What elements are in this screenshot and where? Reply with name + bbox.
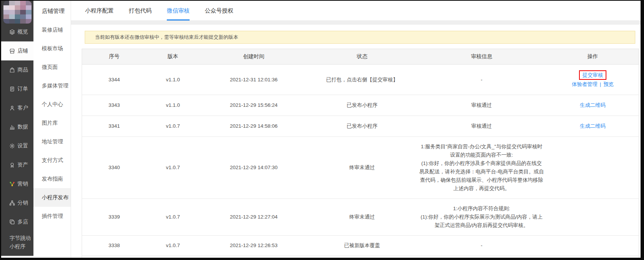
cell-ops: 提交审核体验者管理|预览 [547,65,639,95]
sidebar-item-customers[interactable]: 客户 [1,98,33,117]
version-table: 序号版本创建时间状态审核信息操作 3344v1.1.02021-12-31 12… [82,49,639,260]
cell-audit: 审核通过 [416,95,547,116]
sidebar-item-marketing[interactable]: 营销 [1,174,33,193]
cell-audit: 审核通过 [416,116,547,137]
cell-audit: - [416,65,547,95]
cell-status: 已被新版本覆盖 [308,256,416,260]
avatar-tile [9,5,15,10]
multi-shop-icon [9,219,15,225]
table-row: 3341v1.0.72021-12-29 14:58:06已发布小程序审核通过生… [82,116,639,137]
cell-audit: - [416,256,547,260]
avatar-tile [3,10,9,14]
avatar-tile [3,5,9,10]
layers-icon [9,29,15,35]
submenu-item-template-market[interactable]: 模板市场 [33,39,71,58]
tab-wechat-review[interactable]: 微信审核 [167,1,190,21]
avatar-tile [3,14,9,19]
avatar-tile [20,14,26,19]
sidebar-item-label: 分销 [17,200,28,206]
tab-miniprogram-config[interactable]: 小程序配置 [85,1,114,21]
avatar-tile [9,10,15,14]
sidebar-item-distribution[interactable]: 分销 [1,193,33,212]
generate-qrcode-link[interactable]: 生成二维码 [580,102,606,108]
table-row: 3338v1.0.72021-12-29 12:26:53已被新版本覆盖- [82,236,639,256]
tab-package-code[interactable]: 打包代码 [129,1,152,21]
avatar-tile [15,10,21,14]
sidebar-item-label: 资产 [17,162,28,168]
submenu-item-publish-guide[interactable]: 发布指南 [33,170,71,188]
cell-ops [547,137,639,199]
sidebar-item-label: 概览 [17,29,28,35]
submenu-item-decorate-shop[interactable]: 装修店铺 [33,21,71,39]
cell-version: v1.0.7 [146,137,199,199]
cell-audit: 1:小程序内容不符合规则: (1):你好，你的小程序实际展示为测试商品/内容，请… [416,199,547,236]
shop-icon [9,48,15,54]
cell-version: v1.1.0 [146,65,199,95]
sidebar-item-label: 营销 [17,181,28,187]
avatar-tile [15,1,21,5]
primary-sidebar: 概览店铺商品订单客户数据设置资产营销分销多店字节跳动小程序 [1,1,33,256]
ops-line: 提交审核 [548,70,637,80]
sidebar-item-bytedance-miniprogram[interactable]: 字节跳动小程序 [1,231,33,253]
cell-ops [547,236,639,256]
submenu-item-media-management[interactable]: 多媒体管理 [33,76,71,95]
tab-official-account-auth[interactable]: 公众号授权 [205,1,233,21]
primary-nav: 概览店铺商品订单客户数据设置资产营销分销多店字节跳动小程序 [1,22,33,253]
cell-version: v1.0.7 [146,199,199,236]
preview-link[interactable]: 预览 [603,81,614,87]
submenu-item-plugin-management[interactable]: 插件管理 [33,207,71,225]
sidebar-item-goods[interactable]: 商品 [1,60,33,79]
sidebar-item-label: 字节跳动小程序 [9,234,32,250]
submenu-item-personal-center[interactable]: 个人中心 [33,95,71,114]
review-panel: 当前如有版本还在微信审核中，需等审核结束后才能提交新的版本 序号版本创建时间状态… [71,25,641,260]
cell-status: 终审未通过 [308,199,416,236]
avatar-tile [20,5,26,10]
bar-chart-icon [9,124,15,130]
avatar-tile [15,14,21,19]
column-header: 序号 [82,49,147,65]
notice-bar: 当前如有版本还在微信审核中，需等审核结束后才能提交新的版本 [85,31,635,44]
ops-separator: | [600,81,601,87]
marketing-network-icon [9,181,15,187]
cell-ops [547,256,639,260]
cell-ops [547,199,639,236]
divider-band [71,21,641,25]
cell-created: 2021-12-29 12:26:36 [199,256,308,260]
sidebar-item-orders[interactable]: 订单 [1,79,33,98]
sidebar-item-label: 店铺 [17,48,28,54]
avatar-tile [26,1,32,5]
cell-status: 已被新版本覆盖 [308,236,416,256]
submenu-item-micro-page[interactable]: 微页面 [33,58,71,76]
cell-version: v1.0.7 [146,256,199,260]
sidebar-item-assets[interactable]: 资产 [1,155,33,174]
cell-created: 2021-12-29 12:26:53 [199,236,308,256]
sidebar-item-data[interactable]: 数据 [1,117,33,136]
submenu-item-address-management[interactable]: 地址管理 [33,132,71,151]
sidebar-item-overview[interactable]: 概览 [1,22,33,41]
submit-review-link[interactable]: 提交审核 [579,70,606,80]
sidebar-item-label: 数据 [17,124,28,130]
tabbar: 小程序配置打包代码微信审核公众号授权 [71,1,641,21]
sidebar-item-multistore[interactable]: 多店 [1,212,33,231]
submenu-item-miniprogram-release[interactable]: 小程序发布 [33,188,71,207]
cell-seq: 3340 [82,137,147,199]
cell-status: 已发布小程序 [308,116,416,137]
column-header: 创建时间 [199,49,308,65]
cell-created: 2021-12-29 14:07:30 [199,137,308,199]
avatar[interactable] [3,1,32,24]
secondary-sidebar: 店铺管理 装修店铺模板市场微页面多媒体管理个人中心图片库地址管理支付方式发布指南… [33,1,71,258]
tester-management-link[interactable]: 体验者管理 [572,81,598,87]
cell-seq: 3339 [82,199,147,236]
table-row: 3339v1.0.72021-12-29 12:27:04终审未通过1:小程序内… [82,199,639,236]
sidebar-item-shop[interactable]: 店铺 [1,41,33,60]
sidebar-item-settings[interactable]: 设置 [1,136,33,155]
cell-created: 2021-12-29 14:58:06 [199,116,308,137]
generate-qrcode-link[interactable]: 生成二维码 [580,123,606,129]
cell-seq: 3344 [82,65,147,95]
column-header: 操作 [547,49,639,65]
cell-version: v1.0.7 [146,236,199,256]
submenu-item-image-library[interactable]: 图片库 [33,114,71,132]
submenu-item-payment-methods[interactable]: 支付方式 [33,151,71,170]
avatar-tile [9,1,15,5]
column-header: 版本 [146,49,199,65]
